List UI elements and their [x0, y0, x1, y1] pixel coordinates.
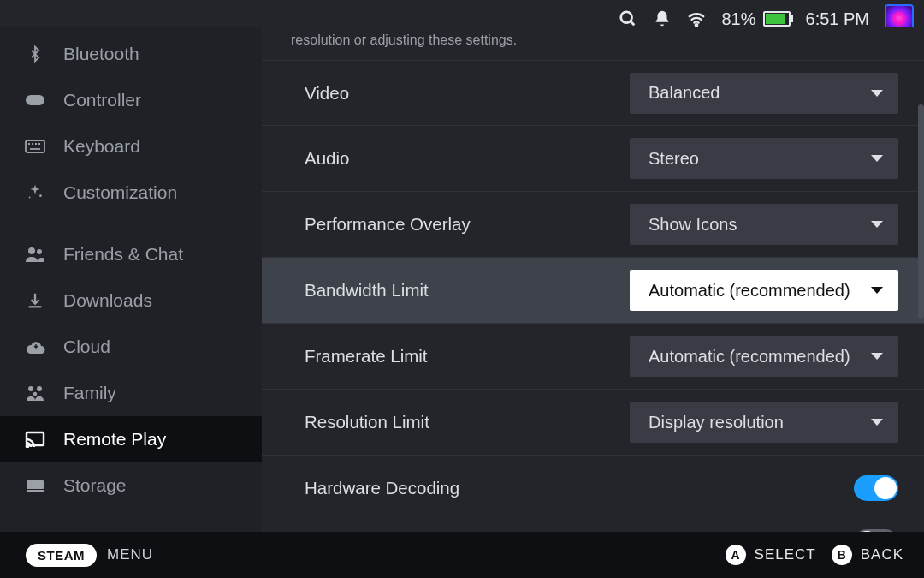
sidebar-item-label: Cloud: [63, 337, 110, 357]
steam-button[interactable]: STEAM: [26, 544, 97, 567]
bandwidth-label: Bandwidth Limit: [305, 280, 429, 301]
setting-row-performance: Performance OverlayShow Icons: [262, 192, 924, 258]
svg-rect-20: [27, 490, 44, 492]
b-button-label: BACK: [861, 546, 903, 563]
battery-percent: 81%: [721, 9, 755, 29]
wifi-icon[interactable]: [687, 9, 706, 28]
a-button-label: SELECT: [755, 546, 816, 563]
a-button-hint: A SELECT: [726, 545, 816, 565]
battery-indicator: 81%: [721, 9, 790, 29]
setting-row-audio: AudioStereo: [262, 126, 924, 192]
people-icon: [24, 246, 46, 263]
svg-line-1: [631, 21, 635, 26]
chevron-down-icon: [871, 155, 883, 162]
svg-rect-19: [27, 480, 44, 489]
footer-bar: STEAM MENU A SELECT B BACK: [0, 532, 924, 578]
bandwidth-dropdown[interactable]: Automatic (recommended): [630, 270, 898, 311]
sidebar-item-label: Controller: [63, 90, 141, 110]
cast-icon: [24, 431, 46, 448]
sidebar-item-keyboard[interactable]: Keyboard: [0, 123, 262, 170]
sidebar-item-label: Family: [63, 383, 116, 403]
audio-dropdown[interactable]: Stereo: [630, 138, 898, 179]
video-dropdown-value: Balanced: [649, 83, 720, 103]
sidebar-item-family[interactable]: Family: [0, 370, 262, 416]
setting-row-resolution: Resolution LimitDisplay resolution: [262, 390, 924, 456]
sidebar-item-label: Downloads: [63, 290, 152, 311]
menu-label: MENU: [107, 546, 153, 563]
sidebar-item-downloads[interactable]: Downloads: [0, 277, 262, 324]
sidebar-item-controller[interactable]: Controller: [0, 77, 262, 123]
sidebar-item-label: Storage: [63, 475, 127, 496]
chevron-down-icon: [871, 353, 883, 360]
resolution-dropdown-value: Display resolution: [649, 413, 784, 432]
setting-row-bandwidth: Bandwidth LimitAutomatic (recommended): [262, 258, 924, 324]
sidebar-item-remote-play[interactable]: Remote Play: [0, 416, 262, 462]
performance-dropdown[interactable]: Show Icons: [630, 204, 898, 245]
sidebar-item-label: Friends & Chat: [63, 244, 183, 265]
performance-label: Performance Overlay: [305, 214, 471, 235]
svg-point-18: [27, 445, 28, 447]
chevron-down-icon: [871, 90, 883, 97]
gamepad-icon: [24, 92, 46, 108]
sidebar-item-cloud[interactable]: Cloud: [0, 324, 262, 370]
sparkle-icon: [24, 183, 46, 202]
hwdecode-toggle[interactable]: [854, 475, 898, 501]
svg-rect-4: [26, 140, 44, 152]
bandwidth-dropdown-value: Automatic (recommended): [649, 281, 850, 301]
svg-point-16: [33, 392, 37, 396]
family-icon: [24, 384, 46, 402]
bluetooth-icon: [24, 45, 46, 63]
svg-point-13: [37, 249, 42, 254]
sidebar: BluetoothControllerKeyboardCustomization…: [0, 27, 262, 532]
sidebar-item-bluetooth[interactable]: Bluetooth: [0, 31, 262, 77]
bell-icon[interactable]: [653, 9, 672, 28]
a-glyph-icon: A: [726, 545, 746, 565]
clock: 6:51 PM: [806, 9, 869, 29]
content-panel: resolution or adjusting these settings. …: [262, 27, 924, 532]
svg-point-15: [37, 386, 42, 391]
setting-row-video: VideoBalanced: [262, 60, 924, 126]
cloud-icon: [24, 339, 46, 355]
audio-dropdown-value: Stereo: [649, 149, 699, 169]
svg-rect-3: [26, 95, 44, 105]
framerate-dropdown[interactable]: Automatic (recommended): [630, 336, 898, 377]
b-button-hint: B BACK: [832, 545, 903, 565]
video-label: Video: [305, 83, 349, 104]
battery-icon: [763, 11, 791, 27]
b-glyph-icon: B: [832, 545, 852, 565]
framerate-label: Framerate Limit: [305, 346, 428, 366]
sidebar-item-storage[interactable]: Storage: [0, 462, 262, 509]
setting-row-framerate: Framerate LimitAutomatic (recommended): [262, 324, 924, 390]
content-scrollbar[interactable]: [918, 104, 924, 319]
resolution-dropdown[interactable]: Display resolution: [630, 402, 898, 443]
svg-point-2: [696, 24, 698, 27]
setting-row-touch: Touch Controls: [262, 521, 924, 532]
sidebar-item-label: Bluetooth: [63, 44, 139, 64]
chevron-down-icon: [871, 221, 883, 228]
svg-point-14: [28, 386, 33, 391]
chevron-down-icon: [871, 419, 883, 426]
svg-point-12: [28, 247, 35, 254]
audio-label: Audio: [305, 148, 349, 169]
svg-point-10: [39, 194, 42, 197]
video-dropdown[interactable]: Balanced: [630, 73, 898, 114]
sidebar-item-label: Customization: [63, 182, 177, 203]
performance-dropdown-value: Show Icons: [649, 215, 737, 235]
sidebar-item-friends[interactable]: Friends & Chat: [0, 231, 262, 277]
keyboard-icon: [24, 140, 46, 153]
setting-row-hwdecode: Hardware Decoding: [262, 456, 924, 521]
resolution-label: Resolution Limit: [305, 412, 429, 432]
hwdecode-label: Hardware Decoding: [305, 478, 459, 498]
sidebar-item-label: Keyboard: [63, 136, 140, 157]
search-icon[interactable]: [619, 9, 637, 28]
chevron-down-icon: [871, 287, 883, 294]
sidebar-item-label: Remote Play: [63, 429, 166, 450]
framerate-dropdown-value: Automatic (recommended): [649, 347, 850, 366]
download-icon: [24, 291, 46, 310]
svg-point-0: [621, 12, 632, 23]
svg-point-11: [29, 197, 31, 199]
sidebar-item-customization[interactable]: Customization: [0, 170, 262, 216]
content-description: resolution or adjusting these settings.: [262, 27, 924, 60]
drive-icon: [24, 479, 46, 492]
